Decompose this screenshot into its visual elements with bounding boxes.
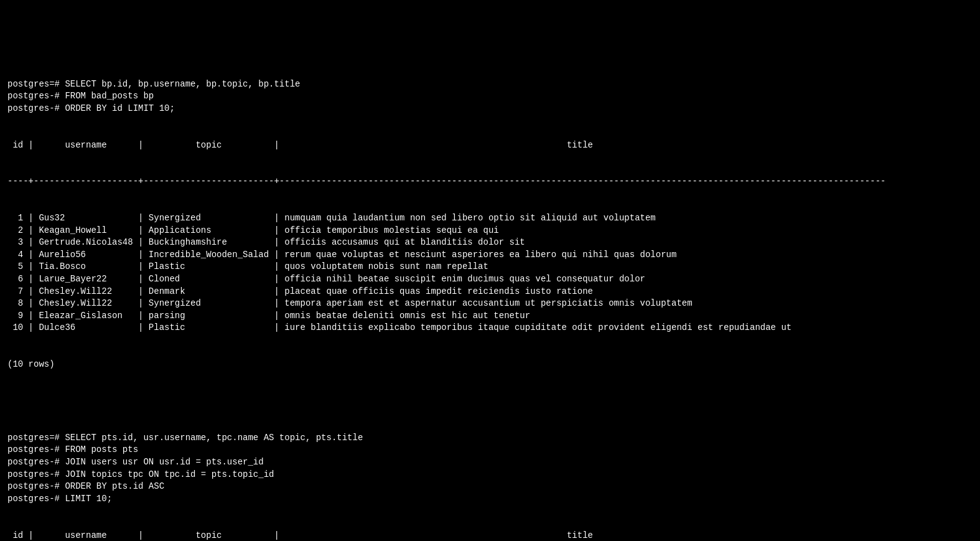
block1-footer: (10 rows) [7, 359, 973, 371]
table-row: 3 | Gertrude.Nicolas48 | Buckinghamshire… [7, 237, 973, 249]
spacer1 [7, 395, 973, 408]
table-row: 4 | Aurelio56 | Incredible_Wooden_Salad … [7, 249, 973, 261]
table-row: 5 | Tia.Bosco | Plastic | quos voluptate… [7, 261, 973, 273]
command-line: postgres-# ORDER BY pts.id ASC [7, 481, 973, 493]
table-row: 6 | Larue_Bayer22 | Cloned | officia nih… [7, 273, 973, 286]
block1-header: id | username | topic | title [7, 139, 973, 152]
table-row: 8 | Chesley.Will22 | Synergized | tempor… [7, 298, 973, 310]
command-line: postgres-# LIMIT 10; [7, 493, 973, 506]
block1-rows: 1 | Gus32 | Synergized | numquam quia la… [7, 212, 973, 334]
block1-separator: ----+--------------------+--------------… [7, 176, 973, 188]
table-row: 7 | Chesley.Will22 | Denmark | placeat q… [7, 286, 973, 298]
command-line: postgres-# FROM posts pts [7, 444, 973, 456]
command-line: postgres-# JOIN topics tpc ON tpc.id = p… [7, 469, 973, 481]
command-line: postgres-# FROM bad_posts bp [7, 90, 973, 103]
command-line: postgres-# ORDER BY id LIMIT 10; [7, 103, 973, 115]
terminal: postgres=# SELECT bp.id, bp.username, bp… [7, 54, 973, 541]
command-line: postgres=# SELECT pts.id, usr.username, … [7, 432, 973, 445]
table-row: 10 | Dulce36 | Plastic | iure blanditiis… [7, 322, 973, 334]
table-row: 2 | Keagan_Howell | Applications | offic… [7, 225, 973, 237]
command-line: postgres-# JOIN users usr ON usr.id = pt… [7, 456, 973, 469]
block2-header: id | username | topic | title [7, 530, 973, 541]
table-row: 1 | Gus32 | Synergized | numquam quia la… [7, 212, 973, 225]
block1-commands: postgres=# SELECT bp.id, bp.username, bp… [7, 78, 973, 115]
block2-commands: postgres=# SELECT pts.id, usr.username, … [7, 432, 973, 506]
table-row: 9 | Eleazar_Gislason | parsing | omnis b… [7, 310, 973, 322]
command-line: postgres=# SELECT bp.id, bp.username, bp… [7, 78, 973, 91]
